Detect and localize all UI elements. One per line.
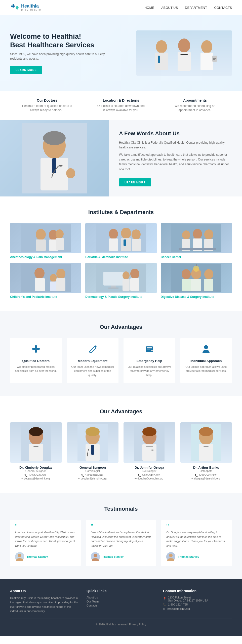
dept-img-5: [161, 263, 232, 293]
svg-point-2: [156, 40, 167, 53]
svg-point-42: [204, 229, 213, 239]
svg-point-61: [182, 269, 191, 279]
svg-rect-86: [91, 445, 94, 455]
about-content: A Few Words About Us Healthia City Clini…: [109, 120, 242, 196]
about-section: A Few Words About Us Healthia City Clini…: [0, 120, 242, 196]
nav-department[interactable]: DEPARTMENT: [185, 6, 207, 10]
hero-description: Since 1999, we have been providing high-…: [10, 52, 111, 61]
footer-link-contacts[interactable]: Contacts: [87, 604, 155, 607]
logo-icon: [10, 3, 19, 12]
footer-about-text: Healthia City Clinic is the leading heal…: [10, 596, 79, 614]
departments-grid: Anesthesiology & Pain Management Bariatr…: [10, 223, 232, 299]
svg-rect-73: [147, 347, 152, 348]
doctor-name-0: Dr. Kimberly Douglas: [10, 466, 62, 469]
doctor-card-1: General Surgeon Cardiologist 📞1-800-3487…: [67, 422, 119, 480]
dept-label-3: Children's and Pediatric Institute: [10, 295, 81, 299]
departments-section: Institutes & Departments Anesthesiology …: [0, 196, 242, 311]
testimonial-text-0: I had a colonoscopy at Healthia City Cli…: [15, 530, 76, 548]
doctor-specialty-3: Osteopath: [180, 469, 232, 472]
dept-illustration-2: [171, 224, 221, 252]
footer-contact-title: Contact Information: [163, 589, 232, 593]
footer-bottom: © 2020 All rights reserved. Privacy Poli…: [10, 619, 232, 626]
adv-card-3: Individual Approach Our unique approach …: [180, 338, 232, 383]
nav-home[interactable]: HOME: [144, 6, 154, 10]
svg-point-92: [151, 450, 154, 451]
adv-card-1: Modern Equipment Our team uses the newes…: [67, 338, 119, 383]
nav-about[interactable]: ABOUT US: [161, 6, 178, 10]
avatar-icon-1: [91, 552, 100, 561]
svg-point-84: [86, 427, 100, 436]
svg-rect-13: [213, 59, 215, 60]
svg-point-67: [193, 266, 199, 272]
dept-card-1[interactable]: Bariatric & Metabolic Institute: [85, 223, 156, 259]
about-learn-more-button[interactable]: LEARN MORE: [119, 178, 151, 186]
doctor-email-1: ✉douglas@demolink.org: [67, 477, 119, 480]
testimonial-author-1: Thomas Stanley: [91, 552, 151, 561]
svg-rect-51: [56, 278, 65, 291]
svg-point-76: [204, 345, 208, 349]
doctor-phone-3: 📞1-800-3487-982: [180, 474, 232, 477]
dept-card-3[interactable]: Children's and Pediatric Institute: [10, 263, 81, 299]
plus-icon: [31, 344, 41, 354]
hero-image: [136, 30, 232, 76]
footer-phone: 1-800-1324-765: [168, 603, 188, 606]
hero-title: Welcome to Healthia!Best Healthcare Serv…: [10, 32, 111, 49]
dept-img-0: [10, 223, 81, 253]
svg-point-48: [50, 274, 57, 282]
svg-point-95: [199, 427, 213, 436]
doctor-0-illustration: [21, 424, 51, 461]
svg-point-35: [132, 229, 141, 239]
dept-illustration-1: [96, 224, 146, 252]
feature-location: Location & Directions Our clinic is situ…: [96, 98, 146, 112]
footer-link-about[interactable]: About Us: [87, 596, 155, 599]
testimonial-card-1: " I would like to thank and compliment t…: [86, 520, 156, 566]
dept-label-5: Digestive Disease & Surgery Institute: [161, 295, 232, 299]
doctor-name-3: Dr. Arthur Banks: [180, 466, 232, 469]
dept-card-5[interactable]: Digestive Disease & Surgery Institute: [161, 263, 232, 299]
adv-title-3: Individual Approach: [184, 359, 228, 363]
svg-point-65: [204, 269, 213, 279]
doctor-card-0: Dr. Kimberly Douglas General Surgeon 📞1-…: [10, 422, 62, 480]
email-icon-0: ✉: [21, 477, 23, 480]
feature-doctors-desc: Healthia's team of qualified doctors is …: [22, 104, 72, 112]
svg-point-99: [18, 554, 21, 557]
footer-about: About Us Healthia City Clinic is the lea…: [10, 589, 79, 614]
doctor-card-2: Dr. Jennifer Ortega Neurologist 📞1-800-3…: [124, 422, 175, 480]
svg-rect-3: [155, 53, 168, 70]
hero-learn-more-button[interactable]: LEARN MORE: [10, 66, 42, 74]
dept-card-0[interactable]: Anesthesiology & Pain Management: [10, 223, 81, 259]
svg-rect-53: [103, 272, 124, 286]
doctor-name-2: Dr. Jennifer Ortega: [124, 466, 175, 469]
svg-point-19: [59, 165, 63, 167]
svg-rect-12: [213, 58, 216, 59]
hero-section: Welcome to Healthia!Best Healthcare Serv…: [0, 15, 242, 91]
testimonials-title: Testimonials: [10, 506, 232, 512]
svg-point-30: [109, 229, 118, 239]
nav-contacts[interactable]: CONTACTS: [214, 6, 232, 10]
dept-label-4: Dermatology & Plastic Surgery Institute: [85, 295, 156, 299]
svg-rect-47: [35, 278, 45, 291]
svg-rect-21: [69, 168, 72, 172]
adv-title-0: Qualified Doctors: [14, 359, 58, 363]
footer-contact: Contact Information 📍 2130 Fulton Street…: [163, 589, 232, 614]
testimonials-grid: " I had a colonoscopy at Healthia City C…: [10, 520, 232, 566]
testimonial-card-0: " I had a colonoscopy at Healthia City C…: [10, 520, 81, 566]
footer-link-team[interactable]: Our Team: [87, 600, 155, 603]
footer-email: info@demolink.org: [167, 607, 190, 610]
svg-point-79: [29, 427, 43, 436]
doctor-1-illustration: [77, 424, 108, 461]
testimonial-card-2: " Dr. Douglas was very helpful and willi…: [161, 520, 232, 566]
doctor-3-illustration: [191, 424, 221, 461]
logo-subtitle: CITY CLINIC: [21, 9, 41, 12]
phone-icon-0: 📞: [24, 474, 27, 477]
site-footer: About Us Healthia City Clinic is the lea…: [0, 579, 242, 636]
dept-card-4[interactable]: Dermatology & Plastic Surgery Institute: [85, 263, 156, 299]
about-p2: We take a multifaceted approach to healt…: [119, 152, 232, 172]
adv-desc-3: Our unique approach allows us to provide…: [184, 365, 228, 373]
svg-point-89: [142, 427, 156, 436]
footer-address: 2130 Fulton Street San Diego, CA 94117-1…: [168, 596, 208, 602]
dept-img-3: [10, 263, 81, 293]
svg-rect-11: [213, 57, 216, 57]
advantages-section: Our Advantages Qualified Doctors We empl…: [0, 311, 242, 396]
dept-card-2[interactable]: Cancer Center: [161, 223, 232, 259]
